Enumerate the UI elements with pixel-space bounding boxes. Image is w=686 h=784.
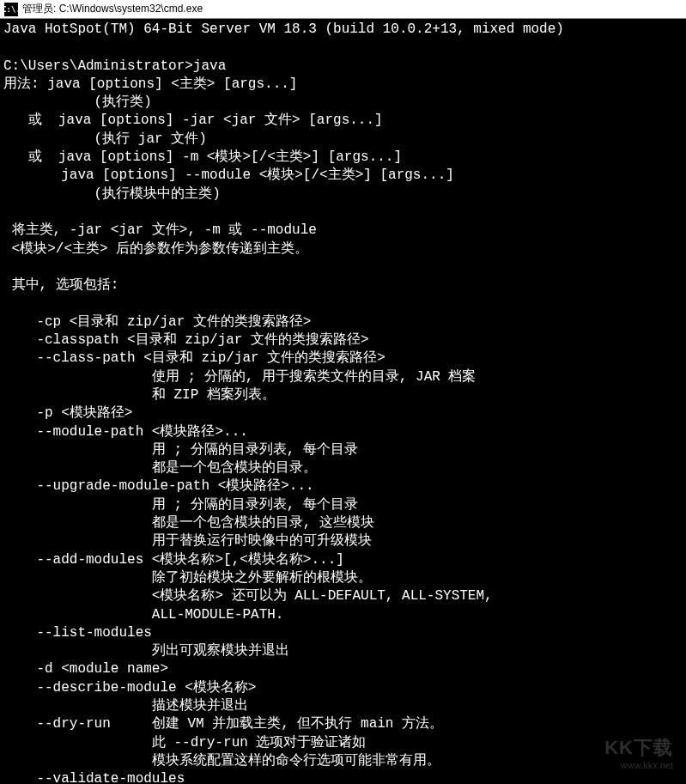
- window-title-bar[interactable]: C:\. 管理员: C:\Windows\system32\cmd.exe: [0, 0, 686, 19]
- watermark-logo: KK下载: [604, 737, 673, 759]
- watermark-url: www.kkx.net: [604, 760, 673, 771]
- watermark: KK下载 www.kkx.net: [604, 737, 673, 771]
- window-title: 管理员: C:\Windows\system32\cmd.exe: [22, 2, 203, 16]
- cmd-icon: C:\.: [4, 3, 18, 16]
- terminal-output[interactable]: Java HotSpot(TM) 64-Bit Server VM 18.3 (…: [0, 19, 686, 784]
